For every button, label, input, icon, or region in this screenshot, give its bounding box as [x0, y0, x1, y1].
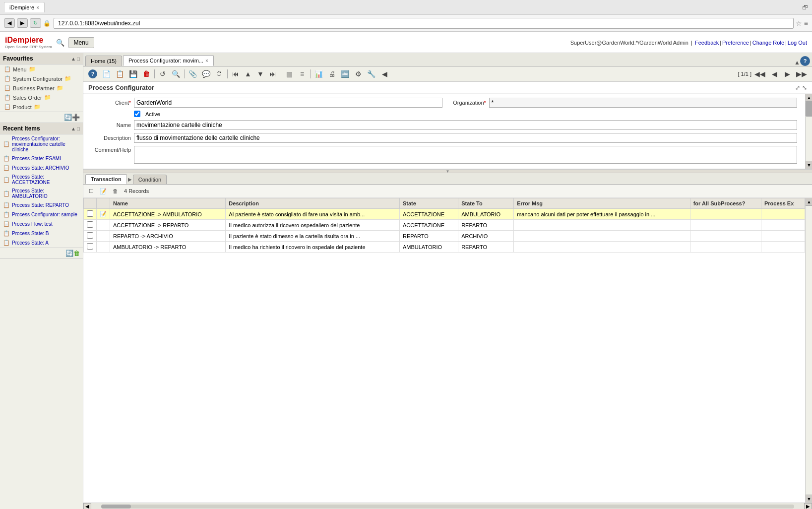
grid-vscrollbar[interactable]: ▲ ▼	[805, 198, 812, 503]
hscroll-right-btn[interactable]: ▶	[804, 503, 812, 509]
help-btn[interactable]: ?	[86, 68, 99, 80]
fav-item-salesorder[interactable]: 📋 Sales Order 📁	[0, 93, 83, 102]
nav-next-btn[interactable]: ▼	[254, 68, 266, 80]
col-process-ex[interactable]: Process Ex	[761, 198, 805, 209]
toggle-detail-btn[interactable]: ≡	[296, 68, 308, 80]
page-nav-first[interactable]: ◀◀	[752, 68, 767, 80]
browser-forward-btn[interactable]: ▶	[17, 18, 28, 28]
form-vscrollbar[interactable]: ▲ ▼	[805, 94, 812, 169]
recent-collapse-btn[interactable]: ▲	[71, 126, 76, 131]
recent-item-5[interactable]: 📋 Process State: REPARTO	[0, 200, 83, 210]
grid-scroll-up[interactable]: ▲	[806, 198, 812, 206]
attachment-btn[interactable]: 📎	[187, 68, 199, 80]
active-checkbox[interactable]	[134, 111, 140, 117]
nav-last-btn[interactable]: ⏭	[267, 68, 279, 80]
grid-delete-row-btn[interactable]: 🗑	[110, 186, 120, 196]
undo-btn[interactable]: ↺	[157, 68, 169, 80]
recent-item-1[interactable]: 📋 Process State: ESAMI	[0, 154, 83, 163]
help-circle-btn[interactable]: ?	[800, 56, 810, 66]
grid-edit-btn[interactable]: 📝	[98, 186, 108, 196]
feedback-link[interactable]: Feedback	[695, 40, 719, 46]
search-btn[interactable]: 🔍	[56, 39, 64, 47]
tab-home[interactable]: Home (15)	[85, 56, 122, 66]
row0-edit-icon[interactable]: 📝	[100, 211, 107, 217]
table-row[interactable]: 📝 ACCETTAZIONE -> AMBULATORIO Al pazient…	[84, 209, 805, 220]
name-input[interactable]	[134, 120, 797, 130]
table-container[interactable]: Name Description State State To	[83, 198, 805, 503]
grid-scroll-down[interactable]: ▼	[806, 495, 812, 503]
browser-tab[interactable]: iDempiere ×	[4, 2, 45, 12]
hscroll-track[interactable]	[101, 505, 794, 509]
recent-item-9[interactable]: 📋 Process State: A	[0, 238, 83, 248]
translate-btn[interactable]: 🔤	[339, 68, 351, 80]
recent-refresh-btn[interactable]: 🔄	[65, 250, 73, 257]
page-expand-btn[interactable]: ⤢	[795, 84, 800, 91]
row2-checkbox[interactable]	[87, 232, 93, 239]
toggle-form-btn[interactable]: ▦	[283, 68, 295, 80]
grid-select-all-btn[interactable]: ☐	[86, 186, 96, 196]
table-row[interactable]: AMBULATORIO -> REPARTO Il medico ha rich…	[84, 242, 805, 253]
col-description[interactable]: Description	[226, 198, 400, 209]
comment-textarea[interactable]	[134, 146, 797, 164]
recent-item-2[interactable]: 📋 Process State: ARCHIVIO	[0, 163, 83, 173]
fav-item-sysconfig[interactable]: 📋 System Configurator 📁	[0, 74, 83, 83]
hscroll-left-btn[interactable]: ◀	[83, 503, 91, 509]
page-nav-last[interactable]: ▶▶	[794, 68, 809, 80]
col-state-to[interactable]: State To	[458, 198, 514, 209]
workflow-btn[interactable]: ⚙	[352, 68, 364, 80]
browser-back-btn[interactable]: ◀	[4, 18, 15, 28]
nav-prev-btn[interactable]: ▲	[242, 68, 254, 80]
recent-item-7[interactable]: 📋 Process Flow: test	[0, 219, 83, 229]
find-btn[interactable]: 🔍	[170, 68, 182, 80]
tab-process-configurator-close[interactable]: ×	[205, 58, 208, 64]
back-btn[interactable]: ◀	[378, 68, 390, 80]
nav-first-btn[interactable]: ⏮	[230, 68, 242, 80]
row3-checkbox[interactable]	[87, 243, 93, 250]
recent-item-0[interactable]: 📋 Process Configurator: movimentazione c…	[0, 134, 83, 154]
page-nav-prev[interactable]: ◀	[768, 68, 780, 80]
table-row[interactable]: ACCETTAZIONE -> REPARTO Il medico autori…	[84, 220, 805, 231]
recent-item-3[interactable]: 📋 Process State: ACCETTAZIONE	[0, 173, 83, 187]
favourites-collapse-btn[interactable]: ▲	[71, 56, 76, 62]
bottom-scrollbar[interactable]: ◀ ▶	[83, 503, 812, 509]
browser-refresh-btn[interactable]: ↻	[30, 18, 41, 28]
col-error-msg[interactable]: Error Msg	[514, 198, 690, 209]
favourites-options-btn[interactable]: □	[77, 56, 80, 62]
form-collapse-divider[interactable]: ▼	[83, 169, 812, 173]
report-btn[interactable]: 📊	[312, 68, 325, 80]
favourites-refresh-btn[interactable]: 🔄	[64, 114, 72, 121]
change-role-link[interactable]: Change Role	[752, 40, 784, 46]
favourites-add-btn[interactable]: ➕	[72, 114, 80, 121]
col-all-subprocess[interactable]: for All SubProcess?	[690, 198, 761, 209]
delete-btn[interactable]: 🗑	[140, 68, 152, 80]
col-name[interactable]: Name	[110, 198, 226, 209]
save-btn[interactable]: 💾	[127, 68, 139, 80]
print-btn[interactable]: 🖨	[326, 68, 338, 80]
fav-item-menu[interactable]: 📋 Menu 📁	[0, 64, 83, 74]
row1-checkbox[interactable]	[87, 221, 93, 228]
recent-clear-btn[interactable]: 🗑	[73, 250, 80, 257]
chat-btn[interactable]: 💬	[200, 68, 212, 80]
recent-options-btn[interactable]: □	[77, 126, 80, 131]
browser-minimize-icon[interactable]: 🗗	[802, 4, 808, 11]
client-input[interactable]	[134, 98, 442, 108]
sub-tab-transaction[interactable]: Transaction	[85, 174, 127, 184]
description-input[interactable]	[134, 133, 797, 143]
page-nav-next[interactable]: ▶	[781, 68, 793, 80]
page-collapse-btn[interactable]: ⤡	[802, 84, 807, 91]
table-row[interactable]: REPARTO -> ARCHIVIO Il paziente è stato …	[84, 231, 805, 242]
browser-menu-icon[interactable]: ≡	[804, 19, 808, 27]
browser-address-bar[interactable]	[54, 18, 794, 29]
row0-checkbox[interactable]	[87, 210, 93, 217]
fav-item-bizpartner[interactable]: 📋 Business Partner 📁	[0, 83, 83, 93]
sub-tab-condition[interactable]: Condition	[133, 175, 167, 184]
logout-link[interactable]: Log Out	[788, 40, 807, 46]
recent-item-6[interactable]: 📋 Process Configurator: sample	[0, 210, 83, 219]
copy-btn[interactable]: 📋	[114, 68, 126, 80]
history-btn[interactable]: ⏱	[213, 68, 225, 80]
new-record-btn[interactable]: 📄	[100, 68, 113, 80]
browser-tab-close[interactable]: ×	[36, 5, 39, 10]
recent-item-8[interactable]: 📋 Process State: B	[0, 229, 83, 238]
tools-btn[interactable]: 🔧	[365, 68, 377, 80]
menu-btn[interactable]: Menu	[68, 37, 94, 48]
